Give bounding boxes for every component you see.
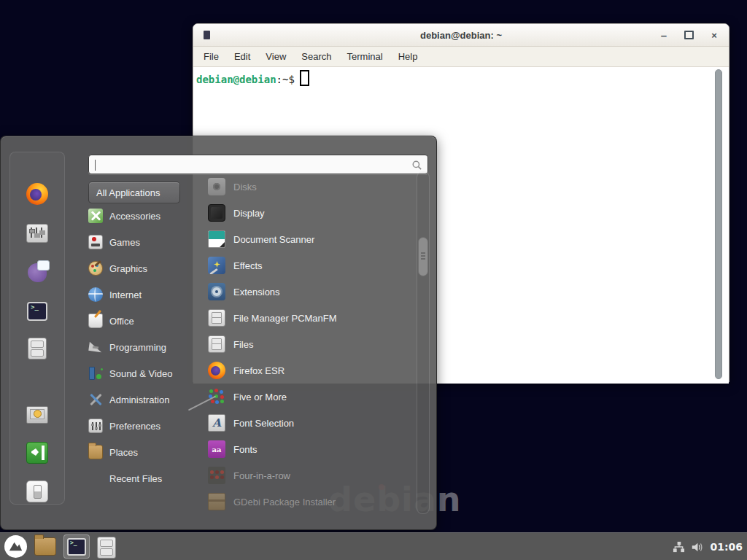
maximize-button[interactable] xyxy=(684,31,694,39)
five-or-more-icon xyxy=(208,388,225,405)
taskbar: >_ 01:06 xyxy=(0,532,747,560)
file-cabinet-icon xyxy=(208,335,225,353)
category-internet[interactable]: Internet xyxy=(88,281,173,308)
app-gdebi-package-installer[interactable]: GDebi Package Installer xyxy=(208,489,414,515)
terminal-titlebar[interactable]: debian@debian: ~ – × xyxy=(193,24,729,47)
app-extensions[interactable]: Extensions xyxy=(208,279,414,305)
favorites-column: >_ xyxy=(9,152,65,505)
graphics-icon xyxy=(88,261,103,276)
category-programming[interactable]: Programming xyxy=(88,334,173,360)
app-display[interactable]: Display xyxy=(208,200,414,226)
places-folder-icon xyxy=(88,445,103,459)
document-scanner-icon xyxy=(208,230,225,248)
terminal-scrollbar[interactable] xyxy=(714,69,723,379)
extensions-gear-icon xyxy=(208,283,225,300)
menu-button[interactable] xyxy=(4,535,27,558)
menu-terminal[interactable]: Terminal xyxy=(347,51,383,62)
favorite-shutdown[interactable] xyxy=(25,479,50,504)
menu-file[interactable]: File xyxy=(204,51,219,62)
office-icon xyxy=(88,314,103,328)
file-cabinet-icon xyxy=(97,537,116,559)
app-four-in-a-row[interactable]: Four-in-a-row xyxy=(208,462,414,489)
search-input[interactable] xyxy=(95,158,401,171)
app-firefox-esr[interactable]: Firefox ESR xyxy=(208,357,414,384)
app-document-scanner[interactable]: Document Scanner xyxy=(208,226,414,252)
category-all-applications[interactable]: All Applications xyxy=(88,182,180,203)
favorite-screensaver[interactable] xyxy=(25,402,50,427)
administration-icon xyxy=(88,392,103,407)
menu-search[interactable]: Search xyxy=(301,51,331,62)
apps-list: Disks Display Document Scanner Effects E… xyxy=(208,174,414,515)
category-graphics[interactable]: Graphics xyxy=(88,255,173,281)
desktop: debian debian@debian: ~ – × File Edit Vi… xyxy=(0,0,747,560)
menu-edit[interactable]: Edit xyxy=(234,51,250,62)
taskbar-file-cabinet-button[interactable] xyxy=(97,537,115,557)
category-recent-files[interactable]: Recent Files xyxy=(88,465,173,491)
category-accessories[interactable]: Accessories xyxy=(88,203,173,229)
category-administration[interactable]: Administration xyxy=(88,386,173,413)
favorite-pidgin[interactable] xyxy=(25,260,50,285)
app-effects[interactable]: Effects xyxy=(208,252,414,279)
preferences-icon xyxy=(88,419,103,433)
network-icon[interactable] xyxy=(673,541,685,553)
fonts-icon: aa xyxy=(208,440,225,458)
apps-scrollbar[interactable] xyxy=(417,171,430,514)
four-in-a-row-icon xyxy=(208,467,225,484)
firefox-icon xyxy=(26,183,48,205)
menu-help[interactable]: Help xyxy=(398,51,418,62)
prompt-suffix: :~$ xyxy=(276,74,295,85)
category-sound-video[interactable]: Sound & Video xyxy=(88,360,173,386)
category-office[interactable]: Office xyxy=(88,308,173,334)
shutdown-icon xyxy=(26,481,48,502)
app-disks[interactable]: Disks xyxy=(208,174,414,200)
terminal-scrollbar-thumb[interactable] xyxy=(715,69,722,379)
terminal-window-icon xyxy=(204,31,210,39)
taskbar-file-manager-button[interactable] xyxy=(34,537,56,556)
app-fonts[interactable]: aaFonts xyxy=(208,436,414,462)
app-search-box xyxy=(88,155,428,174)
system-tray: 01:06 xyxy=(673,533,743,560)
terminal-icon: >_ xyxy=(67,538,86,556)
logout-icon xyxy=(26,442,48,464)
app-five-or-more[interactable]: Five or More xyxy=(208,384,414,410)
lock-screen-icon xyxy=(26,406,48,424)
gdebi-package-icon xyxy=(208,493,225,510)
prompt-user-host: debian@debian xyxy=(196,74,276,85)
favorite-file-manager[interactable] xyxy=(25,336,50,361)
font-selection-icon: A xyxy=(208,414,225,432)
category-places[interactable]: Places xyxy=(88,439,173,465)
accessories-icon xyxy=(88,209,103,223)
search-icon xyxy=(411,160,422,171)
internet-globe-icon xyxy=(88,287,103,302)
terminal-icon: >_ xyxy=(27,302,47,321)
effects-icon xyxy=(208,257,225,274)
taskbar-clock[interactable]: 01:06 xyxy=(710,541,743,553)
favorite-settings[interactable] xyxy=(25,221,50,246)
menu-view[interactable]: View xyxy=(266,51,286,62)
taskbar-terminal-button[interactable]: >_ xyxy=(63,534,90,559)
applications-menu: >_ All Applications Accessories Games Gr… xyxy=(0,136,437,530)
file-cabinet-icon xyxy=(208,309,225,327)
app-font-selection[interactable]: AFont Selection xyxy=(208,410,414,436)
app-files[interactable]: Files xyxy=(208,331,414,357)
terminal-menubar: File Edit View Search Terminal Help xyxy=(193,47,729,67)
category-games[interactable]: Games xyxy=(88,229,173,255)
close-button[interactable]: × xyxy=(710,31,719,40)
minimize-button[interactable]: – xyxy=(659,30,668,41)
favorite-terminal[interactable]: >_ xyxy=(25,299,50,324)
app-file-manager-pcmanfm[interactable]: File Manager PCManFM xyxy=(208,305,414,331)
disks-icon xyxy=(208,178,225,195)
terminal-window-title: debian@debian: ~ xyxy=(193,30,729,41)
apps-scrollbar-thumb[interactable] xyxy=(418,237,428,276)
volume-icon[interactable] xyxy=(691,541,704,553)
categories-column: All Applications Accessories Games Graph… xyxy=(88,182,198,203)
favorite-firefox[interactable] xyxy=(25,182,50,206)
terminal-cursor xyxy=(300,70,309,86)
pidgin-icon xyxy=(28,263,47,282)
favorite-logout[interactable] xyxy=(25,440,50,465)
display-icon xyxy=(208,204,225,222)
programming-icon xyxy=(88,340,103,354)
settings-icon xyxy=(26,224,48,243)
text-caret xyxy=(95,160,96,171)
category-preferences[interactable]: Preferences xyxy=(88,413,173,439)
